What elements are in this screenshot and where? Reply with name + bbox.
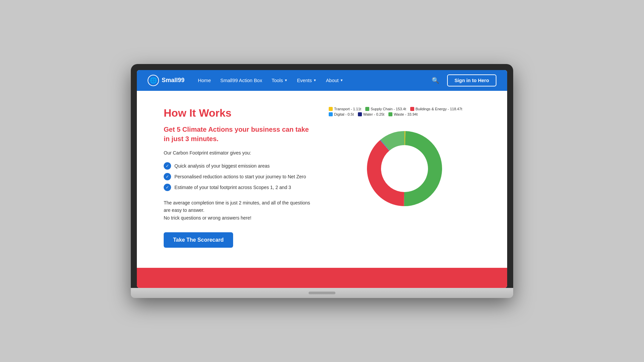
footer-band [137, 268, 507, 288]
check-icon-2: ✓ [164, 173, 171, 180]
left-column: How It Works Get 5 Climate Actions your … [164, 107, 315, 248]
legend-label: Digital - 0.5t [334, 112, 354, 116]
sign-in-button[interactable]: Sign in to Hero [447, 74, 496, 86]
legend-label: Transport - 1.11t [334, 107, 361, 111]
legend-label: Waste - 33.94t [394, 112, 418, 116]
legend-item: Supply Chain - 153.4t [365, 107, 406, 111]
about-dropdown-arrow: ▼ [340, 78, 343, 82]
nav-right: 🔍 Sign in to Hero [429, 74, 496, 86]
nav-tools[interactable]: Tools ▼ [268, 75, 292, 86]
donut-segment [367, 140, 404, 206]
legend-color [329, 112, 333, 116]
donut-svg [358, 122, 451, 216]
events-dropdown-arrow: ▼ [313, 78, 317, 82]
legend-color [329, 107, 333, 111]
donut-segment [404, 131, 442, 206]
checklist-text-3: Estimate of your total footprint across … [174, 185, 291, 190]
tools-dropdown-arrow: ▼ [284, 78, 288, 82]
legend-label: Buildings & Energy - 118.47t [416, 107, 462, 111]
legend-color [358, 112, 362, 116]
main-content: How It Works Get 5 Climate Actions your … [137, 91, 507, 268]
nav-links: Home Small99 Action Box Tools ▼ Events ▼… [194, 75, 429, 86]
donut-chart [358, 122, 451, 216]
checklist-item-1: ✓ Quick analysis of your biggest emissio… [164, 162, 315, 170]
legend-color [365, 107, 369, 111]
nav-action-box[interactable]: Small99 Action Box [216, 75, 266, 86]
logo-icon: 🌐 [148, 75, 159, 86]
legend-label: Supply Chain - 153.4t [371, 107, 406, 111]
navbar: 🌐 Small99 Home Small99 Action Box Tools … [137, 70, 507, 91]
nav-home[interactable]: Home [194, 75, 215, 86]
checklist: ✓ Quick analysis of your biggest emissio… [164, 162, 315, 191]
laptop-frame: 🌐 Small99 Home Small99 Action Box Tools … [131, 64, 513, 298]
check-icon-3: ✓ [164, 184, 171, 191]
logo-text: Small99 [162, 77, 184, 84]
checklist-item-3: ✓ Estimate of your total footprint acros… [164, 184, 315, 191]
legend-item: Digital - 0.5t [329, 112, 354, 116]
legend-item: Buildings & Energy - 118.47t [410, 107, 462, 111]
section-title: How It Works [164, 107, 315, 119]
section-description: Our Carbon Footprint estimator gives you… [164, 150, 315, 156]
legend-label: Water - 0.25t [363, 112, 384, 116]
legend-item: Water - 0.25t [358, 112, 384, 116]
nav-about[interactable]: About ▼ [322, 75, 347, 86]
checklist-item-2: ✓ Personalised reduction actions to star… [164, 173, 315, 180]
laptop-notch [309, 292, 335, 294]
checklist-text-2: Personalised reduction actions to start … [174, 174, 306, 179]
laptop-base [131, 288, 513, 298]
scorecard-button[interactable]: Take The Scorecard [164, 232, 233, 248]
legend-color [410, 107, 414, 111]
nav-logo[interactable]: 🌐 Small99 [148, 75, 184, 86]
nav-events[interactable]: Events ▼ [293, 75, 320, 86]
checklist-text-1: Quick analysis of your biggest emission … [174, 163, 270, 169]
search-button[interactable]: 🔍 [429, 75, 442, 85]
laptop-screen: 🌐 Small99 Home Small99 Action Box Tools … [137, 70, 507, 288]
right-column: Transport - 1.11tSupply Chain - 153.4tBu… [329, 107, 480, 216]
completion-text: The average completion time is just 2 mi… [164, 199, 315, 222]
legend-item: Transport - 1.11t [329, 107, 361, 111]
check-icon-1: ✓ [164, 162, 171, 170]
chart-legend: Transport - 1.11tSupply Chain - 153.4tBu… [329, 107, 480, 116]
legend-item: Waste - 33.94t [388, 112, 418, 116]
section-subtitle: Get 5 Climate Actions your business can … [164, 125, 315, 143]
legend-color [388, 112, 392, 116]
